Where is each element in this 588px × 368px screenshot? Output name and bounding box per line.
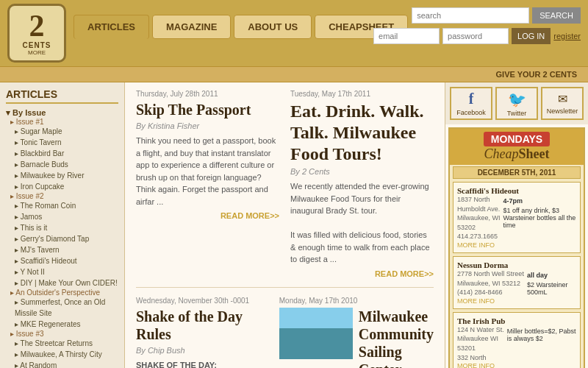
sidebar-issue-2: ▸ Issue #2 ▸ The Roman Coin ▸ Jamos ▸ Th… xyxy=(6,192,118,289)
cs-address-irish: 124 N Water St.Milwaukee WI53201332 Nort… xyxy=(457,325,504,362)
sidebar-link-barnacle[interactable]: ▸ Barnacle Buds xyxy=(15,159,118,170)
cs-deal-irish: Miller bottles=$2, Pabst is always $2 xyxy=(507,328,576,342)
cs-time-nessun: all day xyxy=(527,272,576,279)
sidebar-link-scaffidi[interactable]: ▸ Scaffidi's Hideout xyxy=(15,255,118,266)
sidebar-link-random[interactable]: ▸ At Random xyxy=(15,360,118,368)
article-3-date: Wednesday, November 30th -0001 xyxy=(136,297,268,305)
newsletter-icon: ✉ xyxy=(558,92,567,106)
main-content: ARTICLES ▾ By Issue ▸ Issue #1 ▸ Sugar M… xyxy=(0,82,588,368)
article-4-title[interactable]: Milwaukee Community Sailing Center xyxy=(359,308,434,368)
sidebar-issue-1: ▸ Issue #1 ▸ Sugar Maple ▸ Tonic Tavern … xyxy=(6,118,118,192)
sidebar-link-roman[interactable]: ▸ The Roman Coin xyxy=(15,200,118,211)
cs-entry-irish: The Irish Pub 124 N Water St.Milwaukee W… xyxy=(453,312,581,368)
cs-header: MONDAYS CheapSheet xyxy=(450,129,584,165)
sidebar-link-river[interactable]: ▸ Milwaukee by River xyxy=(15,170,118,181)
logo-number: 2 xyxy=(29,10,45,41)
cs-deal-nessun: $2 Warsteiner 500mL xyxy=(527,281,576,296)
article-2-byline: By 2 Cents xyxy=(290,167,434,176)
sidebar-link-blackbird[interactable]: ▸ Blackbird Bar xyxy=(15,148,118,159)
sidebar-link-diamond[interactable]: ▸ Gerry's Diamond Tap xyxy=(15,233,118,244)
cs-date: DECEMBER 5TH, 2011 xyxy=(453,166,581,179)
cs-address-nessun: 2778 North Well StreetMilwaukee, WI 5321… xyxy=(457,269,524,297)
cs-venue-irish[interactable]: The Irish Pub xyxy=(457,316,576,325)
facebook-icon: f xyxy=(469,91,474,107)
article-1-read-more[interactable]: READ MORE>> xyxy=(136,211,279,220)
sidebar-title: ARTICLES xyxy=(6,88,118,104)
sidebar-link-cupcake[interactable]: ▸ Iron Cupcake xyxy=(15,181,118,192)
article-2-excerpt: We recently attended the ever-growing Mi… xyxy=(290,180,434,266)
search-area: SEARCH xyxy=(412,7,581,24)
sidebar-link-mjs[interactable]: ▸ MJ's Tavern xyxy=(15,244,118,255)
give-bar-text: GIVE YOUR 2 CENTS xyxy=(496,70,577,79)
social-icons: f Facebook 🐦 Twitter ✉ Newsletter xyxy=(445,82,588,124)
cheapsheet: MONDAYS CheapSheet DECEMBER 5TH, 2011 Sc… xyxy=(448,127,585,368)
newsletter-label: Newsletter xyxy=(547,107,578,115)
newsletter-button[interactable]: ✉ Newsletter xyxy=(541,87,584,120)
nav-articles[interactable]: ARTICLES xyxy=(74,15,149,39)
sidebar: ARTICLES ▾ By Issue ▸ Issue #1 ▸ Sugar M… xyxy=(0,82,125,368)
article-2: Tuesday, May 17th 2011 Eat. Drink. Walk.… xyxy=(290,90,434,278)
nav-about[interactable]: ABOUT US xyxy=(234,15,312,39)
cs-more-irish[interactable]: MORE INFO xyxy=(457,362,576,368)
sidebar-link-tonic[interactable]: ▸ Tonic Tavern xyxy=(15,137,118,148)
cs-more-nessun[interactable]: MORE INFO xyxy=(457,297,576,305)
cs-title: CheapSheet xyxy=(453,146,581,162)
cs-address-scaffidi: 1837 NorthHumboldt Ave.Milwaukee, WI5320… xyxy=(457,195,501,241)
article-4: Monday, May 17th 2010 Milwaukee Communit… xyxy=(279,297,434,368)
cs-time-scaffidi: 4-7pm xyxy=(503,197,576,205)
nav: ARTICLES MAGAZINE ABOUT US CHEAPSHEET xyxy=(74,15,408,39)
cs-entry-nessun: Nessun Dorma 2778 North Well StreetMilwa… xyxy=(453,256,581,309)
cs-deal-scaffidi: $1 off any drink, $3 Warsteiner bottles … xyxy=(503,207,576,229)
search-input[interactable] xyxy=(412,7,529,24)
twitter-button[interactable]: 🐦 Twitter xyxy=(495,87,538,120)
article-4-date: Monday, May 17th 2010 xyxy=(279,297,434,305)
sidebar-link-ynot[interactable]: ▸ Y Not II xyxy=(15,266,118,277)
article-2-read-more[interactable]: READ MORE>> xyxy=(290,269,434,278)
header: 2 CENTS MORE ARTICLES MAGAZINE ABOUT US … xyxy=(0,0,588,66)
sidebar-link-thisis[interactable]: ▸ This is it xyxy=(15,222,118,233)
sidebar-link-diy[interactable]: ▸ DIY | Make Your Own CIDER! xyxy=(15,277,118,289)
logo[interactable]: 2 CENTS MORE xyxy=(7,4,66,63)
give-bar: GIVE YOUR 2 CENTS xyxy=(0,66,588,82)
article-1-date: Thursday, July 28th 2011 xyxy=(136,90,279,98)
right-sidebar: f Facebook 🐦 Twitter ✉ Newsletter MONDAY… xyxy=(445,82,588,368)
articles-content: Thursday, July 28th 2011 Skip The Passpo… xyxy=(125,82,445,368)
twitter-label: Twitter xyxy=(507,110,527,117)
article-4-image xyxy=(279,308,353,359)
sidebar-link-streetcar[interactable]: ▸ The Streetcar Returns xyxy=(15,338,118,349)
article-1-title[interactable]: Skip The Passport xyxy=(136,101,279,118)
facebook-label: Facebook xyxy=(456,109,486,116)
sidebar-outsider: ▸ An Outsider's Perspective ▸ Summerfest… xyxy=(6,289,118,330)
article-2-title[interactable]: Eat. Drink. Walk. Talk. Milwaukee Food T… xyxy=(290,101,434,164)
sidebar-by-issue-label: ▾ By Issue xyxy=(6,108,46,117)
sidebar-link-jamos[interactable]: ▸ Jamos xyxy=(15,211,118,222)
sidebar-issue-3: ▸ Issue #3 ▸ The Streetcar Returns ▸ Mil… xyxy=(6,330,118,368)
article-1: Thursday, July 28th 2011 Skip The Passpo… xyxy=(136,90,279,278)
cs-mondays-label: MONDAYS xyxy=(484,132,550,146)
cs-venue-nessun[interactable]: Nessun Dorma xyxy=(457,261,576,269)
twitter-icon: 🐦 xyxy=(508,91,526,108)
sidebar-link-sugar-maple[interactable]: ▸ Sugar Maple xyxy=(15,126,118,137)
article-3-shake-label: SHAKE OF THE DAY: xyxy=(136,359,268,368)
cs-more-scaffidi[interactable]: MORE INFO xyxy=(457,241,576,249)
article-3-title[interactable]: Shake of the Day Rules xyxy=(136,308,268,343)
sidebar-link-mke[interactable]: ▸ MKE Regenerates xyxy=(15,319,118,330)
sidebar-link-summerfest[interactable]: ▸ Summerfest, Once an Old Missile Site xyxy=(15,297,118,319)
article-1-byline: By Kristina Fisher xyxy=(136,121,279,130)
cs-venue-scaffidi[interactable]: Scaffidi's Hideout xyxy=(457,186,576,195)
nav-magazine[interactable]: MAGAZINE xyxy=(152,15,231,39)
article-1-excerpt: Think you need to get a passport, book a… xyxy=(136,135,279,208)
login-area: LOG IN register xyxy=(373,28,581,44)
logo-cents: CENTS xyxy=(23,41,51,49)
search-button[interactable]: SEARCH xyxy=(532,7,581,24)
logo-more: MORE xyxy=(28,49,46,56)
login-button[interactable]: LOG IN xyxy=(512,28,551,44)
sidebar-by-issue: ▾ By Issue ▸ Issue #1 ▸ Sugar Maple ▸ To… xyxy=(6,108,118,368)
facebook-button[interactable]: f Facebook xyxy=(450,87,492,120)
sidebar-link-thirsty[interactable]: ▸ Milwaukee, A Thirsty City xyxy=(15,349,118,360)
email-input[interactable] xyxy=(373,28,440,44)
article-2-date: Tuesday, May 17th 2011 xyxy=(290,90,434,98)
article-3: Wednesday, November 30th -0001 Shake of … xyxy=(136,297,268,368)
password-input[interactable] xyxy=(442,28,509,44)
register-link[interactable]: register xyxy=(553,32,581,40)
